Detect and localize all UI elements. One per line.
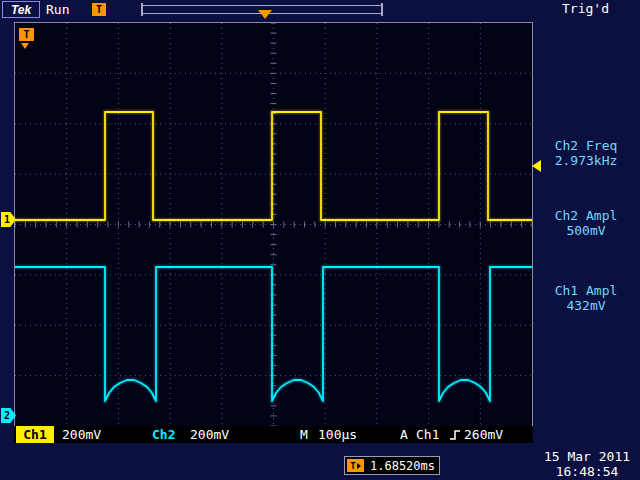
trigger-time-icon: T	[347, 459, 364, 472]
measurement-panel: Ch2 Freq 2.973kHz Ch2 Ampl 500mV Ch1 Amp…	[534, 138, 638, 313]
measurement-ch1-ampl: Ch1 Ampl 432mV	[534, 283, 638, 313]
trigger-position-marker-arrow-icon	[21, 43, 29, 49]
datetime-display: 15 Mar 2011 16:48:54	[536, 449, 638, 479]
trigger-marker-icon: T	[92, 3, 106, 16]
trigger-position-arrow-icon	[258, 10, 272, 19]
measurement-ch2-ampl: Ch2 Ampl 500mV	[534, 208, 638, 238]
trigger-source-label: Ch1	[416, 427, 439, 442]
status-bar: Ch1 200mV Ch2 200mV M 100µs A Ch1 260mV	[14, 426, 533, 443]
ch2-scale-value: 200mV	[190, 427, 229, 442]
measurement-value: 432mV	[534, 298, 638, 313]
measurement-label: Ch2 Freq	[534, 138, 638, 153]
acquisition-bar-right-cap	[381, 3, 383, 16]
rising-slope-icon	[448, 428, 462, 442]
trigger-position-marker: T	[19, 28, 34, 41]
acquisition-bar-left-cap	[141, 3, 143, 16]
time-label: 16:48:54	[536, 464, 638, 479]
measurement-value: 500mV	[534, 223, 638, 238]
ch1-scale-value: 200mV	[62, 427, 101, 442]
trigger-level-value: 260mV	[464, 427, 503, 442]
measurement-label: Ch2 Ampl	[534, 208, 638, 223]
graticule-display: T	[14, 22, 533, 427]
ch2-scale-badge: Ch2	[152, 427, 175, 442]
trigger-status-label: Trig'd	[562, 1, 609, 16]
oscilloscope-screen: Tek Run T Trig'd T 1 2 Ch2 Freq 2.973kHz…	[0, 0, 640, 480]
acquisition-state-label: Run	[46, 2, 69, 17]
measurement-label: Ch1 Ampl	[534, 283, 638, 298]
trigger-time-readout: T 1.68520ms	[344, 456, 440, 475]
date-label: 15 Mar 2011	[536, 449, 638, 464]
trigger-time-value: 1.68520ms	[370, 459, 435, 473]
tek-logo: Tek	[2, 1, 40, 18]
ch1-scale-badge: Ch1	[16, 426, 54, 443]
timebase-label: M	[300, 427, 308, 442]
measurement-ch2-freq: Ch2 Freq 2.973kHz	[534, 138, 638, 168]
timebase-value: 100µs	[318, 427, 357, 442]
measurement-value: 2.973kHz	[534, 153, 638, 168]
waveform-traces	[15, 23, 532, 426]
right-arrow-icon	[357, 463, 361, 469]
trigger-time-icon-letter: T	[350, 461, 355, 471]
trigger-mode-label: A	[400, 427, 408, 442]
